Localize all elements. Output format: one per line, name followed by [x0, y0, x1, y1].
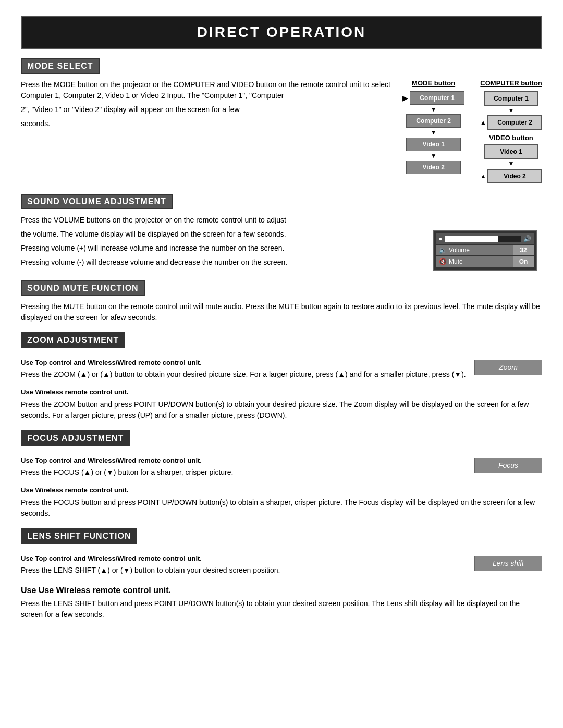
lens-wireless-desc: Press the LENS SHIFT button and press PO… [21, 598, 542, 620]
lens-shift-indicator: Lens shift [474, 556, 542, 571]
sound-volume-header: SOUND VOLUME ADJUSTMENT [21, 194, 173, 209]
video-box-video2: Video 2 [487, 169, 542, 183]
arrow2: ▼ [431, 129, 437, 136]
focus-wireless-label: Use Wireless remote control unit. [21, 485, 542, 496]
focus-top-control: Focus Use Top control and Wireless/Wired… [21, 455, 542, 482]
comp-box-computer1: Computer 1 [484, 91, 538, 106]
arrow3: ▼ [431, 152, 437, 159]
volume-label: Volume [449, 246, 470, 254]
dot-icon: ● [438, 235, 442, 242]
lens-top-control: Lens shift Use Top control and Wireless/… [21, 553, 542, 579]
mute-value: On [513, 256, 534, 267]
volume-bar-fill [445, 236, 498, 242]
focus-section: FOCUS ADJUSTMENT Focus Use Top control a… [21, 430, 542, 519]
sound-volume-section: SOUND VOLUME ADJUSTMENT Press the VOLUME… [21, 194, 542, 271]
sound-mute-header: SOUND MUTE FUNCTION [21, 280, 145, 296]
volume-display-col: ● 🔊 🔈 Volume 32 🔇 [433, 215, 542, 271]
computer-button-label: COMPUTER button [480, 79, 542, 87]
mode-select-desc3: seconds. [21, 118, 392, 129]
sound-mute-desc: Pressing the MUTE button on the remote c… [21, 301, 542, 323]
sound-mute-section: SOUND MUTE FUNCTION Pressing the MUTE bu… [21, 280, 542, 323]
mode-box-video1: Video 1 [406, 138, 461, 151]
volume-text: Press the VOLUME buttons on the projecto… [21, 215, 422, 271]
zoom-indicator: Zoom [474, 360, 542, 375]
lens-top-label: Use Top control and Wireless/Wired remot… [21, 553, 542, 564]
zoom-wireless-label: Use Wireless remote control unit. [21, 387, 542, 398]
mode-select-desc1: Press the MODE button on the projector o… [21, 79, 392, 101]
mode-box-video2: Video 2 [406, 161, 461, 174]
volume-bar-row: ● 🔊 [436, 233, 534, 244]
mode-select-text: Press the MODE button on the projector o… [21, 79, 392, 132]
zoom-wireless-desc: Press the ZOOM button and press POINT UP… [21, 399, 542, 421]
mode-box-computer2: Computer 2 [406, 114, 461, 128]
lens-shift-section: LENS SHIFT FUNCTION Lens shift Use Top c… [21, 528, 542, 621]
focus-top-label: Use Top control and Wireless/Wired remot… [21, 455, 542, 466]
mode-select-section: MODE SELECT Press the MODE button on the… [21, 58, 542, 184]
volume-label-cell: 🔈 Volume [436, 245, 513, 255]
volume-value: 32 [513, 245, 534, 255]
lens-wireless-span: Use Wireless remote control unit. [39, 586, 171, 595]
mode-select-desc2: 2", "Video 1" or "Video 2" display will … [21, 104, 392, 115]
volume-progress-bar [445, 236, 521, 242]
focus-wireless-desc: Press the FOCUS button and press POINT U… [21, 497, 542, 519]
video-button-label: VIDEO button [489, 134, 533, 142]
zoom-section: ZOOM ADJUSTMENT Zoom Use Top control and… [21, 332, 542, 421]
zoom-top-label: Use Top control and Wireless/Wired remot… [21, 357, 542, 368]
arr-v1: ▼ [508, 160, 515, 167]
vol-desc3: Pressing volume (+) will increase volume… [21, 243, 422, 254]
vol-desc2: the volume. The volume display will be d… [21, 229, 422, 240]
zoom-top-desc: Press the ZOOM (▲) or (▲) button to obta… [21, 369, 542, 380]
page-header: DIRECT OPERATION [21, 16, 542, 49]
zoom-top-control: Zoom Use Top control and Wireless/Wired … [21, 357, 542, 384]
lens-wireless-label-large: Use Use Wireless remote control unit. [21, 584, 542, 597]
speaker-icon: 🔊 [523, 235, 531, 242]
mode-box-computer1: Computer 1 [410, 91, 464, 105]
mute-row: 🔇 Mute On [436, 256, 534, 267]
vol-desc1: Press the VOLUME buttons on the projecto… [21, 215, 422, 226]
speaker-small-icon: 🔈 [439, 246, 447, 254]
mute-label: Mute [449, 258, 463, 265]
zoom-header: ZOOM ADJUSTMENT [21, 332, 125, 348]
focus-top-desc: Press the FOCUS (▲) or (▼) button for a … [21, 467, 542, 478]
lens-top-desc: Press the LENS SHIFT (▲) or (▼) button t… [21, 565, 542, 576]
arrow1: ▼ [431, 106, 437, 113]
volume-display: ● 🔊 🔈 Volume 32 🔇 [433, 230, 537, 271]
mode-button-diagram: MODE button ▶ Computer 1 ▼ Computer 2 ▼ … [402, 79, 464, 184]
mute-icon: 🔇 [439, 258, 447, 265]
arr-c-up: ▲ [480, 119, 486, 126]
mute-label-cell: 🔇 Mute [436, 256, 513, 267]
mode-select-header: MODE SELECT [21, 58, 100, 74]
page-title: DIRECT OPERATION [22, 24, 541, 41]
video-box-video1: Video 1 [484, 144, 538, 159]
vol-desc4: Pressing volume (-) will decrease volume… [21, 257, 422, 268]
lens-shift-header: LENS SHIFT FUNCTION [21, 528, 137, 544]
mode-button-label: MODE button [412, 79, 455, 87]
computer-video-diagram: COMPUTER button Computer 1 ▼ ▲ Computer … [480, 79, 542, 184]
comp-box-computer2: Computer 2 [487, 115, 542, 130]
arr-v-up: ▲ [480, 172, 486, 180]
volume-row: 🔈 Volume 32 [436, 245, 534, 255]
focus-header: FOCUS ADJUSTMENT [21, 430, 130, 446]
focus-indicator: Focus [474, 458, 542, 473]
mode-diagrams: MODE button ▶ Computer 1 ▼ Computer 2 ▼ … [402, 79, 542, 184]
arr-c1: ▼ [508, 107, 515, 114]
